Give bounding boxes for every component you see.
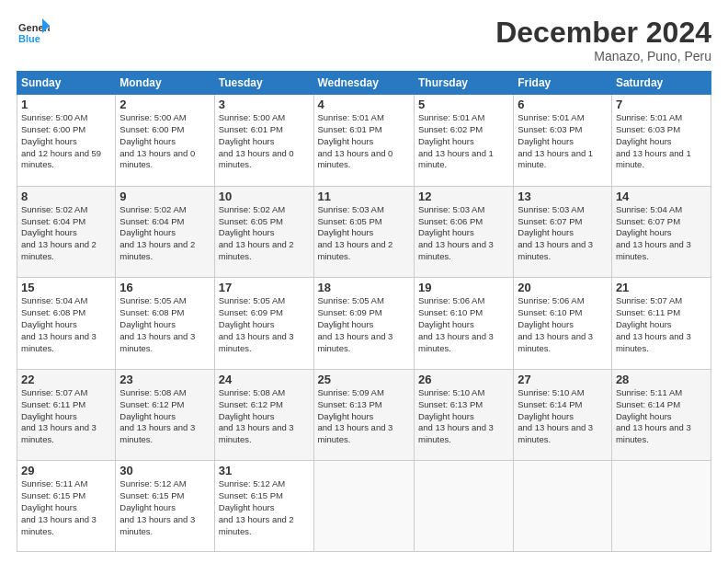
weekday-header: Friday (514, 72, 612, 95)
day-info: Sunrise: 5:05 AM Sunset: 6:09 PM Dayligh… (318, 295, 410, 354)
day-number: 10 (219, 190, 310, 203)
calendar-cell: 3 Sunrise: 5:00 AM Sunset: 6:01 PM Dayli… (214, 95, 313, 187)
calendar-table: SundayMondayTuesdayWednesdayThursdayFrid… (17, 71, 711, 552)
calendar-cell (313, 461, 414, 552)
calendar-cell: 15 Sunrise: 5:04 AM Sunset: 6:08 PM Dayl… (17, 278, 116, 370)
day-number: 4 (318, 98, 410, 111)
day-info: Sunrise: 5:11 AM Sunset: 6:14 PM Dayligh… (616, 387, 707, 446)
calendar-cell: 26 Sunrise: 5:10 AM Sunset: 6:13 PM Dayl… (414, 369, 513, 461)
day-number: 26 (418, 373, 509, 386)
day-info: Sunrise: 5:01 AM Sunset: 6:02 PM Dayligh… (418, 112, 509, 171)
calendar-cell: 12 Sunrise: 5:03 AM Sunset: 6:06 PM Dayl… (414, 186, 513, 278)
calendar-cell: 14 Sunrise: 5:04 AM Sunset: 6:07 PM Dayl… (611, 186, 711, 278)
location: Manazo, Puno, Peru (495, 49, 711, 63)
calendar-cell: 11 Sunrise: 5:03 AM Sunset: 6:05 PM Dayl… (313, 186, 414, 278)
day-number: 29 (21, 464, 111, 477)
calendar-cell: 29 Sunrise: 5:11 AM Sunset: 6:15 PM Dayl… (17, 461, 116, 552)
day-info: Sunrise: 5:04 AM Sunset: 6:07 PM Dayligh… (616, 204, 707, 263)
calendar-cell: 6 Sunrise: 5:01 AM Sunset: 6:03 PM Dayli… (514, 95, 612, 187)
day-info: Sunrise: 5:01 AM Sunset: 6:03 PM Dayligh… (616, 112, 707, 171)
day-info: Sunrise: 5:02 AM Sunset: 6:04 PM Dayligh… (119, 204, 210, 263)
day-info: Sunrise: 5:08 AM Sunset: 6:12 PM Dayligh… (119, 387, 210, 446)
day-number: 8 (21, 190, 111, 203)
day-info: Sunrise: 5:02 AM Sunset: 6:04 PM Dayligh… (21, 204, 111, 263)
day-number: 31 (219, 464, 310, 477)
day-number: 7 (616, 98, 707, 111)
calendar-cell: 31 Sunrise: 5:12 AM Sunset: 6:15 PM Dayl… (214, 461, 313, 552)
calendar-cell: 17 Sunrise: 5:05 AM Sunset: 6:09 PM Dayl… (214, 278, 313, 370)
day-info: Sunrise: 5:06 AM Sunset: 6:10 PM Dayligh… (518, 295, 608, 354)
day-number: 16 (119, 281, 210, 294)
day-number: 24 (219, 373, 310, 386)
day-info: Sunrise: 5:10 AM Sunset: 6:13 PM Dayligh… (418, 387, 509, 446)
calendar-cell (414, 461, 513, 552)
day-info: Sunrise: 5:04 AM Sunset: 6:08 PM Dayligh… (21, 295, 111, 354)
day-number: 17 (219, 281, 310, 294)
calendar-cell: 5 Sunrise: 5:01 AM Sunset: 6:02 PM Dayli… (414, 95, 513, 187)
day-info: Sunrise: 5:10 AM Sunset: 6:14 PM Dayligh… (518, 387, 608, 446)
day-info: Sunrise: 5:06 AM Sunset: 6:10 PM Dayligh… (418, 295, 509, 354)
weekday-header: Thursday (414, 72, 513, 95)
day-info: Sunrise: 5:03 AM Sunset: 6:06 PM Dayligh… (418, 204, 509, 263)
day-info: Sunrise: 5:01 AM Sunset: 6:01 PM Dayligh… (318, 112, 410, 171)
day-info: Sunrise: 5:01 AM Sunset: 6:03 PM Dayligh… (518, 112, 608, 171)
calendar-cell: 8 Sunrise: 5:02 AM Sunset: 6:04 PM Dayli… (17, 186, 116, 278)
day-info: Sunrise: 5:12 AM Sunset: 6:15 PM Dayligh… (119, 478, 210, 537)
day-number: 11 (318, 190, 410, 203)
day-number: 20 (518, 281, 608, 294)
calendar-cell: 1 Sunrise: 5:00 AM Sunset: 6:00 PM Dayli… (17, 95, 116, 187)
day-info: Sunrise: 5:07 AM Sunset: 6:11 PM Dayligh… (616, 295, 707, 354)
day-info: Sunrise: 5:11 AM Sunset: 6:15 PM Dayligh… (21, 478, 111, 537)
day-info: Sunrise: 5:07 AM Sunset: 6:11 PM Dayligh… (21, 387, 111, 446)
svg-text:Blue: Blue (18, 33, 40, 44)
day-number: 9 (119, 190, 210, 203)
calendar-cell: 28 Sunrise: 5:11 AM Sunset: 6:14 PM Dayl… (611, 369, 711, 461)
day-number: 23 (119, 373, 210, 386)
day-info: Sunrise: 5:00 AM Sunset: 6:01 PM Dayligh… (219, 112, 310, 171)
day-number: 19 (418, 281, 509, 294)
calendar-cell: 27 Sunrise: 5:10 AM Sunset: 6:14 PM Dayl… (514, 369, 612, 461)
calendar-cell: 30 Sunrise: 5:12 AM Sunset: 6:15 PM Dayl… (116, 461, 214, 552)
calendar-cell: 2 Sunrise: 5:00 AM Sunset: 6:00 PM Dayli… (116, 95, 214, 187)
calendar-cell: 4 Sunrise: 5:01 AM Sunset: 6:01 PM Dayli… (313, 95, 414, 187)
day-info: Sunrise: 5:12 AM Sunset: 6:15 PM Dayligh… (219, 478, 310, 537)
calendar-cell: 9 Sunrise: 5:02 AM Sunset: 6:04 PM Dayli… (116, 186, 214, 278)
weekday-header: Wednesday (313, 72, 414, 95)
weekday-header: Saturday (611, 72, 711, 95)
weekday-header: Monday (116, 72, 214, 95)
day-info: Sunrise: 5:02 AM Sunset: 6:05 PM Dayligh… (219, 204, 310, 263)
day-number: 27 (518, 373, 608, 386)
day-number: 1 (21, 98, 111, 111)
weekday-header: Tuesday (214, 72, 313, 95)
day-number: 28 (616, 373, 707, 386)
calendar-cell: 19 Sunrise: 5:06 AM Sunset: 6:10 PM Dayl… (414, 278, 513, 370)
day-info: Sunrise: 5:00 AM Sunset: 6:00 PM Dayligh… (21, 112, 111, 171)
day-number: 2 (119, 98, 210, 111)
title-block: December 2024 Manazo, Puno, Peru (495, 17, 711, 63)
day-info: Sunrise: 5:08 AM Sunset: 6:12 PM Dayligh… (219, 387, 310, 446)
calendar-cell: 23 Sunrise: 5:08 AM Sunset: 6:12 PM Dayl… (116, 369, 214, 461)
day-info: Sunrise: 5:03 AM Sunset: 6:05 PM Dayligh… (318, 204, 410, 263)
day-info: Sunrise: 5:05 AM Sunset: 6:09 PM Dayligh… (219, 295, 310, 354)
day-info: Sunrise: 5:03 AM Sunset: 6:07 PM Dayligh… (518, 204, 608, 263)
day-number: 13 (518, 190, 608, 203)
weekday-header: Sunday (17, 72, 116, 95)
calendar-cell (514, 461, 612, 552)
header: General Blue December 2024 Manazo, Puno,… (17, 17, 711, 63)
calendar-cell: 25 Sunrise: 5:09 AM Sunset: 6:13 PM Dayl… (313, 369, 414, 461)
day-number: 3 (219, 98, 310, 111)
calendar-cell: 24 Sunrise: 5:08 AM Sunset: 6:12 PM Dayl… (214, 369, 313, 461)
day-number: 22 (21, 373, 111, 386)
calendar-cell: 16 Sunrise: 5:05 AM Sunset: 6:08 PM Dayl… (116, 278, 214, 370)
page: General Blue December 2024 Manazo, Puno,… (0, 0, 728, 563)
logo: General Blue (17, 17, 50, 53)
day-number: 30 (119, 464, 210, 477)
month-title: December 2024 (495, 17, 711, 49)
day-number: 18 (318, 281, 410, 294)
calendar-cell: 7 Sunrise: 5:01 AM Sunset: 6:03 PM Dayli… (611, 95, 711, 187)
day-info: Sunrise: 5:05 AM Sunset: 6:08 PM Dayligh… (119, 295, 210, 354)
calendar-cell: 20 Sunrise: 5:06 AM Sunset: 6:10 PM Dayl… (514, 278, 612, 370)
day-number: 25 (318, 373, 410, 386)
calendar-cell: 21 Sunrise: 5:07 AM Sunset: 6:11 PM Dayl… (611, 278, 711, 370)
day-info: Sunrise: 5:00 AM Sunset: 6:00 PM Dayligh… (119, 112, 210, 171)
